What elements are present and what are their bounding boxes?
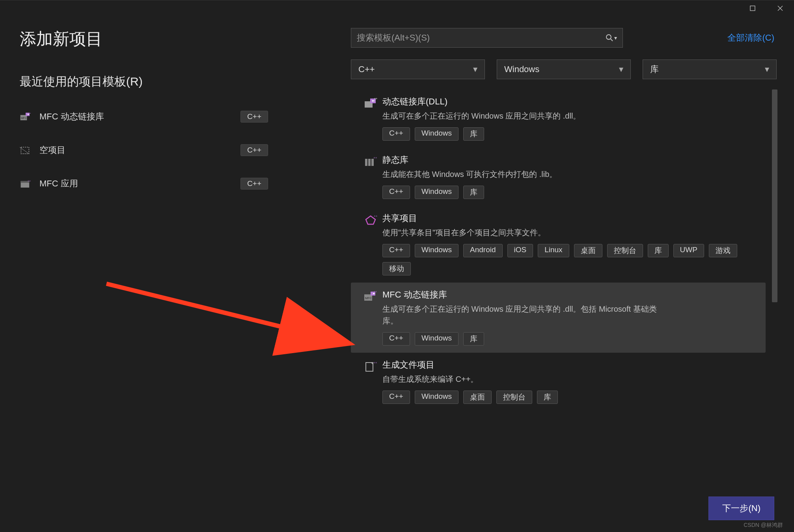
template-tag: UWP: [673, 244, 704, 257]
maximize-button[interactable]: [739, 0, 766, 16]
recent-template-item[interactable]: ++MFC 应用C++: [20, 173, 331, 194]
close-button[interactable]: [766, 0, 794, 16]
template-tag: 库: [537, 391, 558, 404]
svg-point-12: [606, 35, 611, 39]
template-tag: 控制台: [496, 391, 532, 404]
clear-all-link[interactable]: 全部清除(C): [727, 32, 774, 44]
svg-rect-19: [371, 159, 374, 166]
template-description: 生成可在多个正在运行的 Windows 应用之间共享的 .dll。包括 Micr…: [382, 303, 658, 327]
empty-project-icon: [20, 145, 32, 155]
template-tags: C++Windows库: [382, 332, 758, 346]
templates-list: ++动态链接库(DLL)生成可在多个正在运行的 Windows 应用之间共享的 …: [351, 89, 771, 489]
template-item[interactable]: MFC++MFC 动态链接库生成可在多个正在运行的 Windows 应用之间共享…: [351, 283, 766, 353]
template-tag: 桌面: [463, 391, 492, 404]
template-tag: Linux: [538, 244, 569, 257]
template-tag: Windows: [415, 391, 459, 404]
template-tag: C++: [382, 391, 410, 404]
template-title: MFC 动态链接库: [382, 289, 758, 301]
page-title: 添加新项目: [20, 28, 331, 50]
recent-template-name: 空项目: [39, 144, 240, 156]
template-tags: C++Windows库: [382, 127, 758, 141]
svg-text:++: ++: [374, 214, 378, 218]
template-description: 自带生成系统来编译 C++。: [382, 373, 658, 385]
svg-text:++: ++: [374, 290, 377, 293]
template-title: 共享项目: [382, 212, 758, 224]
recent-template-lang: C++: [240, 144, 268, 156]
project-type-filter-value: 库: [650, 63, 761, 75]
template-tag: C++: [382, 332, 410, 346]
svg-text:++: ++: [28, 179, 31, 182]
template-tag: 库: [463, 186, 484, 199]
template-tags: C++WindowsAndroidiOSLinux桌面控制台库UWP游戏移动: [382, 244, 758, 275]
template-tag: 控制台: [607, 244, 643, 257]
svg-text:++: ++: [28, 112, 31, 114]
template-tag: Android: [463, 244, 503, 257]
template-tags: C++Windows桌面控制台库: [382, 391, 758, 404]
mfc-app-icon: ++: [20, 179, 32, 189]
template-description: 使用"共享条目"项目在多个项目之间共享文件。: [382, 227, 658, 238]
template-tag: Windows: [415, 332, 459, 346]
svg-text:++: ++: [373, 156, 377, 160]
recent-templates-heading: 最近使用的项目模板(R): [20, 74, 331, 90]
template-tag: 库: [463, 332, 484, 346]
lib-icon: ++: [359, 154, 382, 199]
mfc-dll-icon: MFC++: [20, 112, 32, 122]
next-button[interactable]: 下一步(N): [708, 497, 774, 520]
makefile-icon: ++: [359, 359, 382, 404]
template-tag: iOS: [507, 244, 533, 257]
template-tag: 库: [648, 244, 669, 257]
search-input[interactable]: 搜索模板(Alt+S)(S) ▾: [351, 28, 623, 48]
add-new-project-dialog: 添加新项目 最近使用的项目模板(R) MFC++MFC 动态链接库C++空项目C…: [0, 0, 794, 532]
template-title: 静态库: [382, 154, 758, 166]
scrollbar-thumb[interactable]: [772, 89, 777, 302]
svg-rect-17: [365, 159, 367, 166]
template-tag: C++: [382, 186, 410, 199]
template-tag: C++: [382, 244, 410, 257]
svg-text:++: ++: [374, 97, 377, 100]
project-type-filter[interactable]: 库 ▾: [643, 60, 777, 79]
template-tag: 移动: [382, 262, 411, 275]
chevron-down-icon: ▾: [765, 64, 769, 74]
watermark: CSDN @林鸿群: [744, 522, 783, 529]
titlebar: [0, 0, 794, 16]
template-tag: Windows: [415, 186, 459, 199]
chevron-down-icon: ▾: [473, 64, 477, 74]
template-title: 动态链接库(DLL): [382, 96, 758, 108]
recent-template-lang: C++: [240, 111, 268, 123]
template-tag: 游戏: [709, 244, 737, 257]
svg-rect-27: [366, 363, 373, 371]
shared-icon: ++: [359, 212, 382, 275]
svg-text:MFC: MFC: [21, 116, 27, 119]
recent-template-name: MFC 动态链接库: [39, 111, 240, 123]
template-tag: C++: [382, 127, 410, 141]
svg-rect-18: [368, 159, 371, 166]
search-placeholder: 搜索模板(Alt+S)(S): [357, 32, 606, 44]
dll-icon: ++: [359, 96, 382, 141]
template-item[interactable]: ++静态库生成能在其他 Windows 可执行文件内打包的 .lib。C++Wi…: [351, 148, 766, 206]
template-tag: 库: [463, 127, 484, 141]
recent-template-lang: C++: [240, 178, 268, 190]
recent-templates-list: MFC++MFC 动态链接库C++空项目C++++MFC 应用C++: [20, 106, 331, 194]
chevron-down-icon: ▾: [619, 64, 623, 74]
template-tag: 桌面: [574, 244, 602, 257]
svg-text:MFC: MFC: [365, 296, 372, 300]
template-item[interactable]: ++生成文件项目自带生成系统来编译 C++。C++Windows桌面控制台库: [351, 353, 766, 411]
recent-template-item[interactable]: 空项目C++: [20, 139, 331, 161]
mfc-dll-icon: MFC++: [359, 289, 382, 346]
language-filter[interactable]: C++ ▾: [351, 60, 485, 79]
template-description: 生成能在其他 Windows 可执行文件内打包的 .lib。: [382, 168, 658, 180]
svg-rect-0: [750, 6, 755, 11]
template-tags: C++Windows库: [382, 186, 758, 199]
recent-template-item[interactable]: MFC++MFC 动态链接库C++: [20, 106, 331, 127]
search-icon[interactable]: ▾: [606, 34, 617, 42]
language-filter-value: C++: [358, 64, 469, 74]
template-tag: Windows: [415, 244, 459, 257]
template-title: 生成文件项目: [382, 359, 758, 371]
recent-template-name: MFC 应用: [39, 178, 240, 190]
scrollbar[interactable]: [771, 89, 778, 489]
template-item[interactable]: ++动态链接库(DLL)生成可在多个正在运行的 Windows 应用之间共享的 …: [351, 89, 766, 148]
platform-filter[interactable]: Windows ▾: [497, 60, 631, 79]
template-description: 生成可在多个正在运行的 Windows 应用之间共享的 .dll。: [382, 110, 658, 122]
template-item[interactable]: ++共享项目使用"共享条目"项目在多个项目之间共享文件。C++WindowsAn…: [351, 206, 766, 283]
svg-text:++: ++: [373, 361, 377, 365]
